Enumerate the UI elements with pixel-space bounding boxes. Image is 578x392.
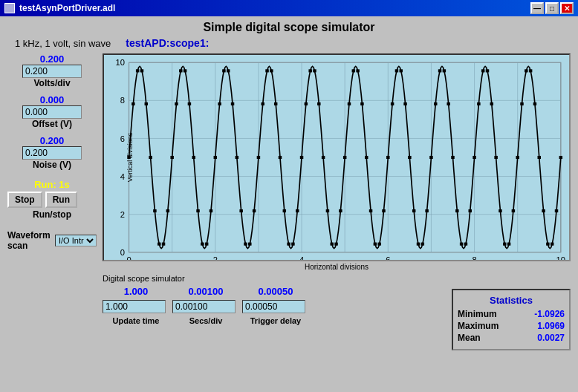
svg-rect-59 (253, 209, 256, 212)
svg-text:4: 4 (299, 256, 304, 260)
svg-rect-75 (322, 156, 325, 159)
scope-area: Vertical divisions (103, 53, 571, 350)
svg-rect-76 (326, 209, 329, 212)
svg-rect-108 (464, 243, 467, 246)
svg-rect-66 (283, 209, 286, 212)
scope-name: testAPD:scope1: (126, 37, 209, 49)
subtitle-row: 1 kHz, 1 volt, sin wave testAPD:scope1: (7, 37, 571, 49)
svg-rect-130 (559, 156, 562, 159)
svg-rect-54 (231, 102, 234, 105)
svg-rect-56 (239, 209, 242, 212)
svg-rect-79 (339, 209, 342, 212)
maximize-button[interactable]: □ (545, 2, 559, 14)
scope-bottom: Digital scope simulator 1.000 0.00100 0.… (103, 274, 571, 350)
svg-rect-41 (175, 102, 178, 105)
svg-rect-87 (374, 243, 377, 246)
svg-rect-37 (158, 243, 160, 246)
update-time-input[interactable] (103, 300, 166, 313)
title-bar-buttons: — □ ✕ (530, 2, 574, 14)
minimize-button[interactable]: — (530, 2, 544, 14)
svg-rect-106 (455, 209, 458, 212)
mean-value: 0.0027 (537, 333, 565, 343)
svg-rect-113 (486, 69, 489, 72)
svg-rect-88 (377, 243, 380, 246)
svg-rect-70 (300, 156, 303, 159)
svg-rect-81 (348, 102, 351, 105)
secs-div-value: 0.00100 (172, 286, 239, 297)
svg-rect-74 (317, 102, 320, 105)
svg-rect-124 (533, 102, 536, 105)
noise-input[interactable] (22, 146, 82, 160)
close-button[interactable]: ✕ (560, 2, 574, 14)
trigger-delay-input[interactable] (242, 300, 305, 313)
svg-text:8: 8 (120, 97, 125, 105)
svg-text:0: 0 (120, 248, 125, 256)
update-time-label: Update time (103, 316, 169, 325)
svg-rect-128 (551, 243, 553, 246)
scope-svg: 10 8 6 4 2 0 0 2 4 6 8 10 (104, 55, 569, 260)
run-button[interactable]: Run (45, 192, 77, 208)
svg-rect-50 (214, 156, 217, 159)
svg-rect-94 (403, 102, 406, 105)
svg-rect-61 (261, 102, 264, 105)
svg-rect-39 (166, 209, 169, 212)
statistics-title: Statistics (458, 295, 565, 306)
svg-rect-99 (425, 209, 428, 212)
svg-rect-104 (447, 102, 449, 105)
x-axis-label: Horizontal divisions (103, 263, 571, 271)
svg-rect-102 (438, 69, 441, 72)
svg-rect-86 (369, 209, 372, 212)
svg-rect-110 (473, 156, 475, 159)
svg-rect-62 (265, 69, 268, 72)
svg-rect-43 (184, 69, 186, 72)
svg-rect-34 (145, 102, 148, 105)
svg-rect-92 (395, 69, 398, 72)
secs-div-input[interactable] (172, 300, 236, 313)
svg-rect-115 (494, 156, 497, 159)
volts-div-input[interactable] (22, 65, 82, 78)
offset-value: 0.000 (22, 94, 82, 105)
svg-rect-123 (529, 69, 532, 72)
svg-rect-38 (162, 243, 165, 246)
title-bar: testAsynPortDriver.adl — □ ✕ (0, 0, 578, 16)
offset-group: 0.000 Offset (V) (7, 94, 97, 129)
svg-rect-58 (248, 243, 251, 246)
svg-rect-36 (153, 209, 156, 212)
svg-rect-90 (386, 156, 389, 159)
svg-rect-67 (287, 243, 290, 246)
svg-text:2: 2 (120, 210, 125, 218)
waveform-select[interactable]: I/O Intr (55, 235, 97, 246)
svg-rect-45 (192, 156, 195, 159)
svg-rect-46 (196, 209, 199, 212)
update-time-value: 1.000 (103, 286, 169, 297)
stats-mean-row: Mean 0.0027 (458, 333, 565, 343)
controls-inputs-row (103, 300, 446, 313)
svg-rect-97 (417, 243, 420, 246)
svg-rect-80 (343, 156, 346, 159)
svg-text:10: 10 (116, 59, 125, 67)
svg-text:4: 4 (120, 172, 125, 180)
svg-rect-85 (365, 156, 368, 159)
svg-rect-100 (429, 156, 432, 159)
svg-rect-68 (291, 243, 294, 246)
svg-rect-117 (503, 243, 506, 246)
svg-rect-35 (149, 156, 152, 159)
svg-rect-33 (140, 69, 143, 72)
maximum-label: Maximum (458, 321, 499, 331)
offset-input[interactable] (22, 105, 82, 119)
svg-rect-40 (170, 156, 173, 159)
svg-rect-53 (227, 69, 230, 72)
svg-rect-96 (412, 209, 415, 212)
svg-rect-103 (443, 69, 446, 72)
digital-label: Digital scope simulator (103, 274, 446, 283)
maximum-value: 1.0969 (537, 321, 565, 331)
svg-rect-64 (274, 102, 277, 105)
stop-button[interactable]: Stop (7, 192, 42, 208)
noise-label: Noise (V) (33, 160, 71, 170)
svg-rect-111 (477, 102, 480, 105)
app-icon (4, 3, 15, 13)
stats-minimum-row: Minimum -1.0926 (458, 309, 565, 319)
noise-group: 0.200 Noise (V) (7, 135, 97, 170)
main-area: 0.200 Volts/div 0.000 Offset (V) 0.200 N… (7, 53, 571, 350)
svg-text:10: 10 (556, 256, 565, 260)
